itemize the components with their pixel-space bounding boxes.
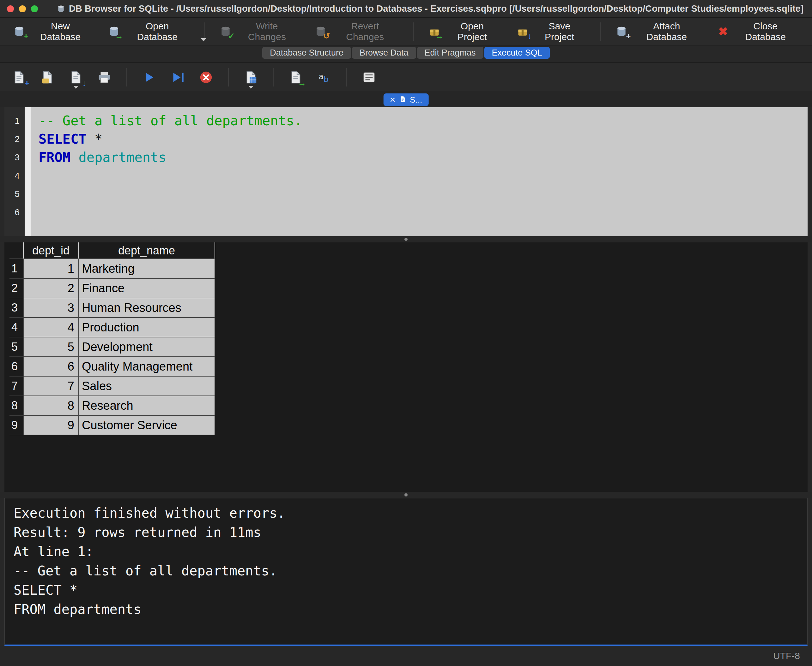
attach-database-button[interactable]: + Attach Database (609, 21, 708, 42)
row-number[interactable]: 4 (10, 318, 23, 337)
execute-current-line-icon (170, 70, 185, 84)
sql-editor[interactable]: 123456 -- Get a list of all departments.… (5, 107, 807, 236)
code-line[interactable]: -- Get a list of all departments. (38, 112, 807, 130)
export-results-button[interactable]: → (286, 67, 306, 87)
cell-dept-name[interactable]: Sales (78, 376, 215, 396)
save-results-icon (243, 70, 258, 84)
row-number[interactable]: 5 (10, 337, 23, 357)
cell-dept-id[interactable]: 7 (23, 376, 78, 396)
results-corner-cell[interactable] (10, 242, 23, 259)
tab-execute-sql[interactable]: Execute SQL (485, 47, 550, 59)
toolbar-separator (600, 22, 601, 41)
cell-dept-id[interactable]: 9 (23, 415, 78, 435)
cell-dept-name[interactable]: Customer Service (78, 415, 215, 435)
result-row[interactable]: 66Quality Management (10, 357, 215, 376)
row-number[interactable]: 9 (10, 415, 23, 435)
row-number[interactable]: 3 (10, 298, 23, 318)
column-header-dept-name[interactable]: dept_name (78, 242, 215, 259)
save-project-button[interactable]: ↓ Save Project (510, 21, 592, 42)
column-header-dept-id[interactable]: dept_id (23, 242, 78, 259)
zoom-window-button[interactable] (31, 5, 38, 12)
view-tab-bar: Database Structure Browse Data Edit Prag… (0, 46, 812, 59)
button-label: Close Database (732, 21, 799, 42)
button-label: Attach Database (632, 21, 701, 42)
sql-editor-tab[interactable]: × S... (384, 94, 429, 106)
edit-text-button[interactable]: ab (314, 67, 334, 87)
line-number: 1 (15, 112, 20, 130)
close-window-button[interactable] (7, 5, 14, 12)
open-sql-file-button[interactable] (37, 67, 58, 87)
write-changes-button[interactable]: ✓ Write Changes (213, 21, 304, 42)
stop-icon (199, 70, 213, 84)
toggle-results-pane-button[interactable] (359, 67, 379, 87)
print-button[interactable] (94, 67, 114, 87)
open-database-button[interactable]: → Open Database (102, 21, 196, 42)
database-close-icon: ✖ (718, 26, 728, 37)
new-sql-file-button[interactable]: + (9, 67, 29, 87)
print-icon (97, 70, 112, 84)
tab-edit-pragmas[interactable]: Edit Pragmas (417, 47, 483, 59)
cell-dept-id[interactable]: 3 (23, 298, 78, 318)
status-bar: UTF-8 (0, 646, 812, 666)
cell-dept-name[interactable]: Human Resources (78, 298, 215, 318)
result-row[interactable]: 55Development (10, 337, 215, 357)
result-row[interactable]: 22Finance (10, 279, 215, 298)
cell-dept-id[interactable]: 2 (23, 279, 78, 298)
cell-dept-name[interactable]: Quality Management (78, 357, 215, 376)
cell-dept-id[interactable]: 1 (23, 259, 78, 279)
toolbar-separator (346, 68, 347, 86)
results-log-splitter[interactable] (0, 492, 812, 498)
cell-dept-name[interactable]: Marketing (78, 259, 215, 279)
result-row[interactable]: 11Marketing (10, 259, 215, 279)
revert-changes-button[interactable]: ↺ Revert Changes (308, 21, 405, 42)
open-database-dropdown-icon[interactable] (201, 38, 206, 41)
tab-database-structure[interactable]: Database Structure (262, 47, 351, 59)
result-row[interactable]: 44Production (10, 318, 215, 337)
save-sql-dropdown-icon[interactable] (73, 86, 78, 89)
result-row[interactable]: 99Customer Service (10, 415, 215, 435)
row-number[interactable]: 8 (10, 396, 23, 415)
row-number[interactable]: 1 (10, 259, 23, 279)
execute-current-line-button[interactable] (167, 67, 188, 87)
tab-browse-data[interactable]: Browse Data (352, 47, 416, 59)
result-row[interactable]: 33Human Resources (10, 298, 215, 318)
result-row[interactable]: 88Research (10, 396, 215, 415)
toolbar-separator (273, 68, 274, 86)
cell-dept-id[interactable]: 6 (23, 357, 78, 376)
code-line[interactable]: SELECT * (38, 130, 807, 148)
execute-all-button[interactable] (139, 67, 159, 87)
cell-dept-id[interactable]: 5 (23, 337, 78, 357)
execution-log-panel[interactable]: Execution finished without errors.Result… (5, 498, 807, 646)
toolbar-separator (228, 68, 229, 86)
cell-dept-id[interactable]: 8 (23, 396, 78, 415)
log-line: Execution finished without errors. (13, 503, 807, 523)
row-number[interactable]: 6 (10, 357, 23, 376)
result-row[interactable]: 77Sales (10, 376, 215, 396)
line-number: 5 (15, 185, 20, 203)
results-body: 11Marketing22Finance33Human Resources44P… (10, 259, 215, 435)
minimize-window-button[interactable] (19, 5, 26, 12)
project-open-icon: → (428, 26, 440, 38)
cell-dept-id[interactable]: 4 (23, 318, 78, 337)
code-token (71, 150, 78, 165)
row-number[interactable]: 2 (10, 279, 23, 298)
sql-toolbar: + ↓ (0, 62, 812, 92)
cell-dept-name[interactable]: Research (78, 396, 215, 415)
stop-execution-button[interactable] (196, 67, 216, 87)
cell-dept-name[interactable]: Production (78, 318, 215, 337)
save-results-dropdown-icon[interactable] (248, 86, 253, 89)
editor-results-splitter[interactable] (0, 236, 812, 242)
cell-dept-name[interactable]: Finance (78, 279, 215, 298)
save-results-button[interactable] (241, 67, 261, 87)
cell-dept-name[interactable]: Development (78, 337, 215, 357)
execute-all-icon (142, 70, 156, 84)
encoding-selector[interactable]: UTF-8 (773, 651, 800, 661)
code-line[interactable]: FROM departments (38, 148, 807, 166)
new-database-button[interactable]: + New Database (7, 21, 97, 42)
editor-code[interactable]: -- Get a list of all departments.SELECT … (31, 107, 807, 236)
row-number[interactable]: 7 (10, 376, 23, 396)
close-sql-tab-icon[interactable]: × (390, 95, 395, 104)
save-sql-file-button[interactable]: ↓ (66, 67, 86, 87)
open-project-button[interactable]: → Open Project (422, 21, 506, 42)
close-database-button[interactable]: ✖ Close Database (712, 21, 805, 42)
